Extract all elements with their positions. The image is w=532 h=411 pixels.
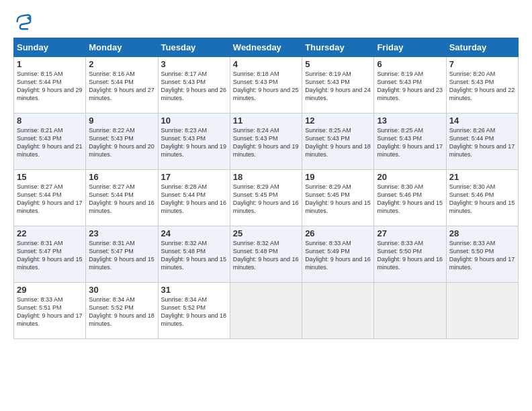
day-info: Sunrise: 8:30 AMSunset: 5:46 PMDaylight:… (449, 183, 515, 214)
day-cell: 6 Sunrise: 8:19 AMSunset: 5:43 PMDayligh… (374, 57, 446, 113)
header-tuesday: Tuesday (158, 38, 230, 57)
day-info: Sunrise: 8:22 AMSunset: 5:43 PMDaylight:… (89, 127, 154, 158)
week-row-1: 1 Sunrise: 8:15 AMSunset: 5:44 PMDayligh… (14, 57, 519, 113)
day-number: 23 (89, 228, 154, 238)
day-number: 16 (89, 172, 154, 182)
day-info: Sunrise: 8:26 AMSunset: 5:44 PMDaylight:… (449, 127, 515, 158)
header (13, 12, 519, 31)
day-info: Sunrise: 8:21 AMSunset: 5:43 PMDaylight:… (17, 127, 83, 158)
day-number: 10 (161, 116, 227, 126)
day-cell: 16 Sunrise: 8:27 AMSunset: 5:44 PMDaylig… (86, 170, 158, 226)
logo-icon (13, 12, 32, 31)
day-info: Sunrise: 8:30 AMSunset: 5:46 PMDaylight:… (377, 183, 443, 214)
day-cell: 18 Sunrise: 8:29 AMSunset: 5:45 PMDaylig… (230, 170, 302, 226)
day-cell: 7 Sunrise: 8:20 AMSunset: 5:43 PMDayligh… (446, 57, 518, 113)
day-number: 20 (377, 172, 443, 182)
day-number: 5 (305, 59, 371, 69)
day-cell: 3 Sunrise: 8:17 AMSunset: 5:43 PMDayligh… (158, 57, 230, 113)
day-info: Sunrise: 8:25 AMSunset: 5:43 PMDaylight:… (305, 127, 371, 158)
day-cell: 25 Sunrise: 8:32 AMSunset: 5:48 PMDaylig… (230, 226, 302, 283)
day-info: Sunrise: 8:31 AMSunset: 5:47 PMDaylight:… (89, 240, 154, 271)
day-cell: 1 Sunrise: 8:15 AMSunset: 5:44 PMDayligh… (14, 57, 86, 113)
day-cell: 14 Sunrise: 8:26 AMSunset: 5:44 PMDaylig… (446, 113, 518, 170)
day-cell (302, 283, 374, 339)
week-row-4: 22 Sunrise: 8:31 AMSunset: 5:47 PMDaylig… (14, 226, 519, 283)
day-info: Sunrise: 8:19 AMSunset: 5:43 PMDaylight:… (377, 71, 443, 101)
day-number: 22 (17, 228, 83, 238)
day-cell (230, 283, 302, 339)
day-number: 25 (233, 228, 299, 238)
day-info: Sunrise: 8:20 AMSunset: 5:43 PMDaylight:… (449, 71, 515, 101)
day-number: 17 (161, 172, 227, 182)
day-cell: 10 Sunrise: 8:23 AMSunset: 5:43 PMDaylig… (158, 113, 230, 170)
day-cell: 9 Sunrise: 8:22 AMSunset: 5:43 PMDayligh… (86, 113, 158, 170)
day-cell: 17 Sunrise: 8:28 AMSunset: 5:44 PMDaylig… (158, 170, 230, 226)
day-number: 31 (161, 285, 227, 295)
day-info: Sunrise: 8:15 AMSunset: 5:44 PMDaylight:… (17, 71, 83, 101)
day-cell: 19 Sunrise: 8:29 AMSunset: 5:45 PMDaylig… (302, 170, 374, 226)
day-number: 30 (89, 285, 154, 295)
day-number: 19 (305, 172, 371, 182)
day-number: 21 (449, 172, 515, 182)
day-info: Sunrise: 8:33 AMSunset: 5:51 PMDaylight:… (17, 296, 83, 327)
day-number: 18 (233, 172, 299, 182)
day-cell: 23 Sunrise: 8:31 AMSunset: 5:47 PMDaylig… (86, 226, 158, 283)
day-number: 3 (161, 59, 227, 69)
day-cell: 26 Sunrise: 8:33 AMSunset: 5:49 PMDaylig… (302, 226, 374, 283)
day-number: 28 (449, 228, 515, 238)
day-info: Sunrise: 8:19 AMSunset: 5:43 PMDaylight:… (305, 71, 371, 101)
day-info: Sunrise: 8:29 AMSunset: 5:45 PMDaylight:… (305, 183, 371, 214)
day-info: Sunrise: 8:34 AMSunset: 5:52 PMDaylight:… (161, 296, 227, 327)
header-row: SundayMondayTuesdayWednesdayThursdayFrid… (14, 38, 519, 57)
day-info: Sunrise: 8:16 AMSunset: 5:44 PMDaylight:… (89, 71, 154, 101)
day-info: Sunrise: 8:25 AMSunset: 5:43 PMDaylight:… (377, 127, 443, 158)
day-cell: 24 Sunrise: 8:32 AMSunset: 5:48 PMDaylig… (158, 226, 230, 283)
day-number: 7 (449, 59, 515, 69)
day-info: Sunrise: 8:33 AMSunset: 5:49 PMDaylight:… (305, 240, 371, 271)
day-cell: 13 Sunrise: 8:25 AMSunset: 5:43 PMDaylig… (374, 113, 446, 170)
day-cell (446, 283, 518, 339)
day-cell: 12 Sunrise: 8:25 AMSunset: 5:43 PMDaylig… (302, 113, 374, 170)
header-saturday: Saturday (446, 38, 518, 57)
day-number: 26 (305, 228, 371, 238)
day-number: 13 (377, 116, 443, 126)
day-cell: 30 Sunrise: 8:34 AMSunset: 5:52 PMDaylig… (86, 283, 158, 339)
day-number: 4 (233, 59, 299, 69)
day-number: 15 (17, 172, 83, 182)
day-info: Sunrise: 8:27 AMSunset: 5:44 PMDaylight:… (89, 183, 154, 214)
day-cell: 31 Sunrise: 8:34 AMSunset: 5:52 PMDaylig… (158, 283, 230, 339)
day-cell: 2 Sunrise: 8:16 AMSunset: 5:44 PMDayligh… (86, 57, 158, 113)
day-cell: 11 Sunrise: 8:24 AMSunset: 5:43 PMDaylig… (230, 113, 302, 170)
day-cell: 27 Sunrise: 8:33 AMSunset: 5:50 PMDaylig… (374, 226, 446, 283)
header-thursday: Thursday (302, 38, 374, 57)
day-info: Sunrise: 8:32 AMSunset: 5:48 PMDaylight:… (233, 240, 299, 271)
day-number: 29 (17, 285, 83, 295)
day-number: 14 (449, 116, 515, 126)
day-number: 6 (377, 59, 443, 69)
day-info: Sunrise: 8:17 AMSunset: 5:43 PMDaylight:… (161, 71, 227, 101)
day-number: 2 (89, 59, 154, 69)
header-monday: Monday (86, 38, 158, 57)
day-info: Sunrise: 8:32 AMSunset: 5:48 PMDaylight:… (161, 240, 227, 271)
day-cell: 28 Sunrise: 8:33 AMSunset: 5:50 PMDaylig… (446, 226, 518, 283)
day-info: Sunrise: 8:18 AMSunset: 5:43 PMDaylight:… (233, 71, 299, 101)
day-cell: 8 Sunrise: 8:21 AMSunset: 5:43 PMDayligh… (14, 113, 86, 170)
day-number: 8 (17, 116, 83, 126)
day-number: 11 (233, 116, 299, 126)
day-number: 12 (305, 116, 371, 126)
calendar-table: SundayMondayTuesdayWednesdayThursdayFrid… (13, 38, 519, 339)
day-info: Sunrise: 8:29 AMSunset: 5:45 PMDaylight:… (233, 183, 299, 214)
day-info: Sunrise: 8:31 AMSunset: 5:47 PMDaylight:… (17, 240, 83, 271)
logo (13, 12, 35, 31)
day-cell: 22 Sunrise: 8:31 AMSunset: 5:47 PMDaylig… (14, 226, 86, 283)
day-cell: 4 Sunrise: 8:18 AMSunset: 5:43 PMDayligh… (230, 57, 302, 113)
day-number: 1 (17, 59, 83, 69)
day-info: Sunrise: 8:28 AMSunset: 5:44 PMDaylight:… (161, 183, 227, 214)
day-cell: 5 Sunrise: 8:19 AMSunset: 5:43 PMDayligh… (302, 57, 374, 113)
page: SundayMondayTuesdayWednesdayThursdayFrid… (0, 0, 532, 346)
day-number: 24 (161, 228, 227, 238)
day-number: 9 (89, 116, 154, 126)
day-info: Sunrise: 8:24 AMSunset: 5:43 PMDaylight:… (233, 127, 299, 158)
day-number: 27 (377, 228, 443, 238)
day-cell: 29 Sunrise: 8:33 AMSunset: 5:51 PMDaylig… (14, 283, 86, 339)
